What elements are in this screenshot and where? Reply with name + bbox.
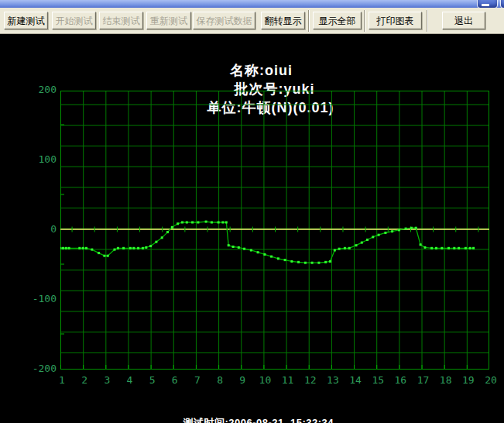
x-tick-label: 9	[232, 374, 252, 387]
data-point	[284, 259, 286, 261]
data-point	[107, 255, 109, 257]
data-point	[103, 255, 105, 257]
x-tick-label: 16	[390, 374, 410, 387]
exit-button[interactable]: 退出	[442, 12, 485, 29]
y-tick-label: 0	[19, 223, 57, 236]
chart-plot-area	[60, 91, 489, 370]
new-test-button[interactable]: 新建测试	[4, 12, 48, 29]
data-point	[91, 249, 93, 251]
data-point	[232, 246, 235, 248]
force-line-chart	[60, 91, 489, 370]
y-tick-label: 200	[19, 84, 57, 96]
x-tick-label: 11	[278, 374, 298, 387]
data-point	[132, 247, 135, 249]
x-tick-label: 7	[187, 374, 207, 387]
x-tick-label: 8	[210, 374, 230, 387]
data-point	[149, 245, 152, 247]
data-point	[166, 231, 169, 233]
data-point	[191, 222, 194, 224]
data-point	[423, 246, 426, 249]
data-point	[415, 227, 417, 229]
data-point	[78, 247, 81, 249]
x-tick-label: 1	[52, 374, 72, 387]
data-point	[465, 247, 467, 249]
data-point	[250, 249, 252, 252]
data-point	[60, 247, 62, 249]
data-point	[197, 222, 199, 224]
data-point	[243, 248, 245, 250]
toolbar-separator	[364, 10, 365, 32]
data-point	[290, 260, 293, 263]
save-test-data-button[interactable]: 保存测试数据	[193, 12, 255, 29]
data-point	[324, 261, 327, 263]
data-point	[355, 244, 358, 246]
data-point	[65, 247, 67, 249]
toolbar-separator	[427, 10, 428, 32]
test-time-value: 2006-08-21 15:32:34	[228, 417, 334, 423]
x-tick-label: 12	[300, 374, 321, 387]
start-test-button[interactable]: 开始测试	[52, 12, 96, 29]
data-point	[257, 251, 259, 253]
data-point	[263, 253, 266, 256]
data-point	[137, 247, 139, 249]
x-tick-label: 19	[458, 374, 478, 387]
data-point	[114, 249, 116, 251]
data-point	[85, 247, 87, 249]
data-point	[317, 262, 320, 264]
end-test-button[interactable]: 结束测试	[99, 12, 143, 29]
test-time-label: 测试时间:	[183, 417, 228, 423]
data-point	[211, 222, 213, 224]
minimize-icon	[482, 4, 489, 6]
y-tick-label: -100	[19, 293, 57, 305]
data-point	[430, 247, 433, 249]
y-tick-label: 100	[19, 153, 57, 166]
data-point	[334, 249, 336, 252]
data-point	[372, 236, 374, 238]
x-tick-label: 18	[436, 374, 456, 387]
data-point	[218, 222, 220, 224]
x-tick-label: 20	[481, 374, 501, 387]
minimize-button[interactable]	[477, 0, 498, 8]
y-tick-label: -200	[19, 363, 57, 375]
toolbar-separator	[308, 10, 310, 32]
data-point	[472, 247, 475, 249]
x-tick-label: 13	[323, 374, 343, 387]
data-point	[117, 247, 119, 249]
maximize-button[interactable]	[500, 0, 504, 8]
data-point	[171, 226, 173, 229]
data-point	[122, 247, 125, 249]
data-point	[186, 222, 188, 224]
flip-display-button[interactable]: 翻转显示	[261, 12, 305, 29]
x-tick-label: 4	[119, 374, 139, 387]
data-point	[344, 247, 346, 249]
data-point	[142, 247, 144, 249]
x-tick-label: 5	[142, 374, 163, 387]
x-tick-label: 6	[165, 374, 185, 387]
x-tick-label: 17	[413, 374, 434, 387]
data-point	[447, 247, 450, 249]
data-point	[391, 230, 393, 232]
data-point	[329, 260, 331, 263]
data-point	[129, 247, 132, 249]
data-point	[177, 222, 179, 225]
x-tick-label: 14	[345, 374, 365, 387]
data-point	[398, 229, 400, 231]
x-tick-label: 2	[74, 374, 94, 387]
data-point	[366, 239, 369, 241]
show-all-button[interactable]: 显示全部	[313, 12, 362, 29]
retest-button[interactable]: 重新测试	[146, 12, 191, 29]
data-point	[441, 247, 443, 249]
print-chart-button[interactable]: 打印图表	[369, 12, 422, 29]
name-label: 名称:oiui	[230, 61, 293, 80]
data-point	[378, 234, 380, 236]
data-point	[348, 247, 351, 249]
data-point	[338, 248, 341, 250]
data-point	[277, 257, 279, 260]
data-point	[361, 242, 363, 244]
data-point	[270, 256, 273, 258]
data-point	[435, 247, 437, 249]
data-point	[420, 243, 422, 246]
data-point	[98, 252, 100, 254]
data-point	[205, 221, 207, 223]
data-point	[221, 222, 224, 224]
